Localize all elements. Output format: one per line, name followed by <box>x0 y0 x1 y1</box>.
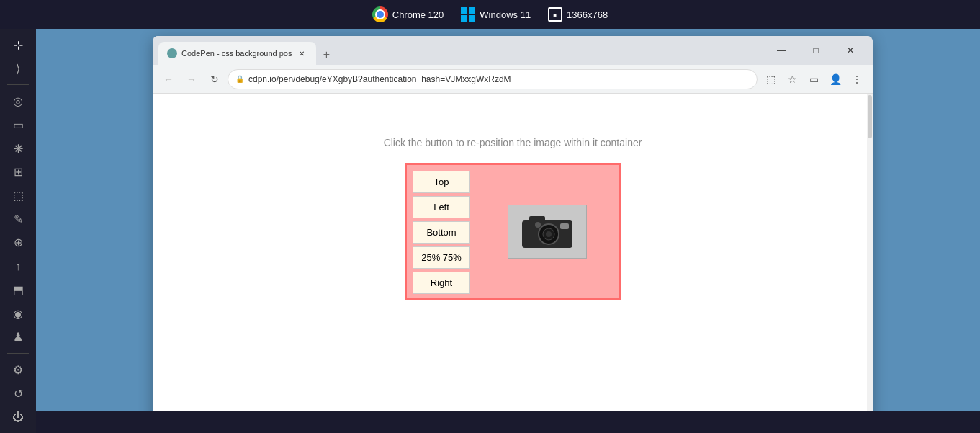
sidebar-divider <box>7 84 29 85</box>
svg-point-6 <box>535 222 541 228</box>
forward-button[interactable]: → <box>181 69 202 89</box>
sidebar-item-folder[interactable]: ⬒ <box>5 280 31 300</box>
camera-svg <box>518 212 576 251</box>
right-button[interactable]: Right <box>413 272 470 294</box>
percent-button[interactable]: 25% 75% <box>413 246 470 269</box>
sidebar-item-cursor[interactable]: ⊹ <box>5 35 31 55</box>
profile-icon[interactable]: 👤 <box>825 69 845 89</box>
sidebar-item-globe[interactable]: ⊕ <box>5 233 31 254</box>
camera-image <box>508 205 587 259</box>
windows-indicator: Windows 11 <box>461 7 531 22</box>
sidebar-item-expand[interactable]: ⟩ <box>5 58 31 79</box>
main-area: CodePen - css background pos ✕ + — □ ✕ ←… <box>36 29 980 433</box>
maximize-button[interactable]: □ <box>799 39 832 62</box>
resolution-indicator: ▣ 1366x768 <box>548 7 608 22</box>
sidebar-divider-2 <box>7 353 29 354</box>
os-topbar: Chrome 120 Windows 11 ▣ 1366x768 <box>0 0 980 29</box>
vertical-scrollbar[interactable] <box>867 94 873 433</box>
svg-rect-5 <box>560 223 569 229</box>
os-bottombar <box>36 411 980 433</box>
chrome-label: Chrome 120 <box>392 9 444 20</box>
sidebar-item-upload[interactable]: ↑ <box>5 256 31 277</box>
cast-icon[interactable]: ⬚ <box>760 69 781 89</box>
address-bar[interactable]: 🔒 cdpn.io/pen/debug/eYXgbyB?authenticati… <box>228 69 758 89</box>
demo-image-area <box>476 165 619 298</box>
monitor-icon: ▣ <box>548 7 562 22</box>
windows-icon <box>461 7 475 22</box>
refresh-button[interactable]: ↻ <box>204 69 225 89</box>
sidebar-item-person[interactable]: ♟ <box>5 326 31 347</box>
resolution-label: 1366x768 <box>567 9 608 20</box>
demo-area: Click the button to re-position the imag… <box>153 94 873 314</box>
tab-close-button[interactable]: ✕ <box>296 48 307 59</box>
sidebar-item-download[interactable]: ⊞ <box>5 161 31 182</box>
new-tab-button[interactable]: + <box>316 45 336 65</box>
sidebar-item-edit[interactable]: ✎ <box>5 209 31 230</box>
toolbar-actions: ⬚ ☆ ▭ 👤 ⋮ <box>760 69 867 89</box>
address-text: cdpn.io/pen/debug/eYXgbyB?authentication… <box>248 74 750 84</box>
sidebar-item-refresh[interactable]: ↺ <box>5 383 31 404</box>
tab-favicon <box>167 48 177 58</box>
window-controls: — □ ✕ <box>765 39 867 65</box>
sidebar-toggle-icon[interactable]: ▭ <box>804 69 824 89</box>
browser-window: CodePen - css background pos ✕ + — □ ✕ ←… <box>153 36 873 433</box>
demo-buttons-panel: Top Left Bottom 25% 75% Right <box>407 165 476 298</box>
demo-instruction: Click the button to re-position the imag… <box>384 137 642 148</box>
lock-icon: 🔒 <box>235 75 244 83</box>
browser-content: Click the button to re-position the imag… <box>153 94 873 433</box>
back-button[interactable]: ← <box>158 69 179 89</box>
sidebar-item-target[interactable]: ◉ <box>5 303 31 324</box>
sidebar-item-monitor[interactable]: ⬚ <box>5 185 31 206</box>
close-button[interactable]: ✕ <box>834 39 867 62</box>
scrollbar-thumb-y[interactable] <box>868 95 872 138</box>
browser-titlebar: CodePen - css background pos ✕ + — □ ✕ <box>153 36 873 65</box>
demo-container: Top Left Bottom 25% 75% Right <box>405 163 621 300</box>
sidebar-item-settings[interactable]: ⚙ <box>5 360 31 380</box>
sidebar: ⊹ ⟩ ◎ ▭ ❋ ⊞ ⬚ ✎ ⊕ ↑ ⬒ ◉ ♟ ⚙ ↺ ⏻ <box>0 29 36 433</box>
chrome-indicator: Chrome 120 <box>372 6 444 22</box>
top-button[interactable]: Top <box>413 171 470 193</box>
sidebar-item-power[interactable]: ⏻ <box>5 406 31 427</box>
sidebar-item-camera[interactable]: ◎ <box>5 91 31 112</box>
menu-icon[interactable]: ⋮ <box>847 69 867 89</box>
tab-title: CodePen - css background pos <box>181 49 292 58</box>
svg-point-4 <box>546 231 552 237</box>
sidebar-item-bug[interactable]: ❋ <box>5 138 31 159</box>
chrome-icon <box>372 6 388 22</box>
windows-label: Windows 11 <box>480 9 531 20</box>
star-icon[interactable]: ☆ <box>782 69 802 89</box>
browser-tab-active[interactable]: CodePen - css background pos ✕ <box>158 42 316 65</box>
browser-toolbar: ← → ↻ 🔒 cdpn.io/pen/debug/eYXgbyB?authen… <box>153 65 873 94</box>
bottom-button[interactable]: Bottom <box>413 221 470 244</box>
sidebar-item-video[interactable]: ▭ <box>5 115 31 135</box>
minimize-button[interactable]: — <box>765 39 798 62</box>
left-button[interactable]: Left <box>413 196 470 218</box>
